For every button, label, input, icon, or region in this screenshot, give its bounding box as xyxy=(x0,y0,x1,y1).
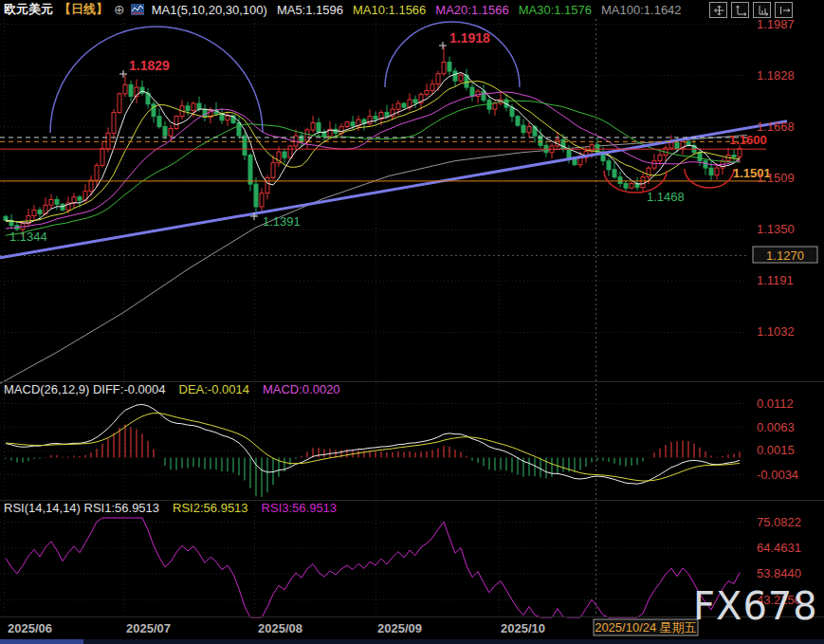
svg-text:1.1468: 1.1468 xyxy=(647,190,685,204)
rsi-value-label: RSI2:56.9513 xyxy=(173,501,248,515)
svg-text:1.1350: 1.1350 xyxy=(757,222,795,236)
ma-value-label: MA5:1.1596 xyxy=(277,3,343,17)
pan-right-icon[interactable] xyxy=(775,2,793,18)
svg-text:1.1032: 1.1032 xyxy=(757,324,795,339)
svg-text:1.1918: 1.1918 xyxy=(449,30,490,46)
price-axis: 1.19871.18281.16681.15091.13501.11911.10… xyxy=(753,17,817,340)
macd-axis: 0.01120.00630.0015-0.0034 xyxy=(757,396,798,482)
pan-move-icon[interactable] xyxy=(709,2,727,18)
crosshair xyxy=(0,19,747,616)
svg-text:1.1668: 1.1668 xyxy=(757,120,795,134)
rsi-line xyxy=(6,518,740,617)
timeframe-label[interactable]: 【日线】 xyxy=(59,1,108,18)
trading-chart-window: 欧元美元 【日线】 ⊕ MA1(5,10,20,30,100) MA5:1.15… xyxy=(0,0,824,644)
ma100-line xyxy=(0,135,747,383)
svg-text:2025/09: 2025/09 xyxy=(377,621,422,635)
svg-text:0.0063: 0.0063 xyxy=(757,420,795,434)
circle-plus-icon[interactable]: ⊕ xyxy=(114,3,125,16)
svg-text:2025/06: 2025/06 xyxy=(8,621,52,635)
svg-text:75.0822: 75.0822 xyxy=(757,515,801,529)
gridlines xyxy=(0,19,747,616)
macd-diff-line xyxy=(6,404,740,484)
svg-text:1.1191: 1.1191 xyxy=(757,273,794,287)
ma-value-label: MA30:1.1576 xyxy=(519,3,592,17)
svg-text:0.0112: 0.0112 xyxy=(757,396,794,411)
svg-text:2025/10: 2025/10 xyxy=(501,621,545,635)
chart-header: 欧元美元 【日线】 ⊕ MA1(5,10,20,30,100) MA5:1.15… xyxy=(0,0,824,19)
date-axis: 2025/062025/072025/082025/092025/102025/… xyxy=(8,619,698,635)
macd-value-label: DEA:-0.0014 xyxy=(179,382,249,396)
svg-text:1.1600: 1.1600 xyxy=(729,133,767,147)
macd-value-label: MACD:0.0020 xyxy=(263,382,340,396)
macd-value-label: MACD(26,12,9) DIFF:-0.0004 xyxy=(4,382,166,396)
svg-text:1.1828: 1.1828 xyxy=(757,68,795,83)
svg-text:-0.0034: -0.0034 xyxy=(757,468,798,482)
watermark-logo: FX678 xyxy=(693,584,818,628)
ma-values: MA5:1.1596MA10:1.1566MA20:1.1566MA30:1.1… xyxy=(267,3,682,17)
zoom-vertical-axis-icon[interactable] xyxy=(731,2,749,18)
zoom-horizontal-axis-icon[interactable] xyxy=(753,2,771,18)
macd-dea-line xyxy=(6,414,740,481)
chart-toolbar xyxy=(709,2,793,18)
panel-separators xyxy=(0,382,824,617)
ma-value-label: MA10:1.1566 xyxy=(353,3,426,17)
ma-value-label: MA20:1.1566 xyxy=(435,3,508,17)
svg-text:1.1270: 1.1270 xyxy=(766,248,804,263)
ma-settings-label: MA1(5,10,20,30,100) xyxy=(152,3,267,17)
rsi-header: RSI(14,14,14) RSI1:56.9513RSI2:56.9513RS… xyxy=(4,501,350,515)
svg-text:2025/08: 2025/08 xyxy=(258,621,302,635)
macd-header: MACD(26,12,9) DIFF:-0.0004DEA:-0.0014MAC… xyxy=(4,382,354,396)
svg-text:2025/07: 2025/07 xyxy=(126,621,171,635)
rsi-value-label: RSI3:56.9513 xyxy=(262,501,338,515)
scrollbar-thumb[interactable] xyxy=(0,639,83,644)
rsi-value-label: RSI(14,14,14) RSI1:56.9513 xyxy=(4,501,159,515)
svg-text:1.1509: 1.1509 xyxy=(757,171,795,185)
ma10-line xyxy=(6,82,740,222)
macd-panel xyxy=(6,404,740,497)
svg-text:1.1391: 1.1391 xyxy=(263,214,301,229)
svg-text:0.0015: 0.0015 xyxy=(757,443,795,457)
chart-canvas[interactable]: 1.18291.19181.13911.13441.14681.16001.15… xyxy=(0,0,824,644)
bottom-scrollbar[interactable] xyxy=(0,639,824,644)
svg-text:1.1829: 1.1829 xyxy=(129,58,170,73)
svg-text:1.1344: 1.1344 xyxy=(9,230,47,244)
chart-type-icon[interactable] xyxy=(131,4,144,15)
rsi-panel xyxy=(6,518,740,617)
ma-value-label: MA100:1.1642 xyxy=(601,3,682,17)
svg-text:64.4631: 64.4631 xyxy=(757,541,801,555)
svg-text:53.8440: 53.8440 xyxy=(757,566,801,580)
svg-text:2025/10/24 星期五: 2025/10/24 星期五 xyxy=(595,620,697,635)
symbol-name: 欧元美元 xyxy=(4,1,53,18)
